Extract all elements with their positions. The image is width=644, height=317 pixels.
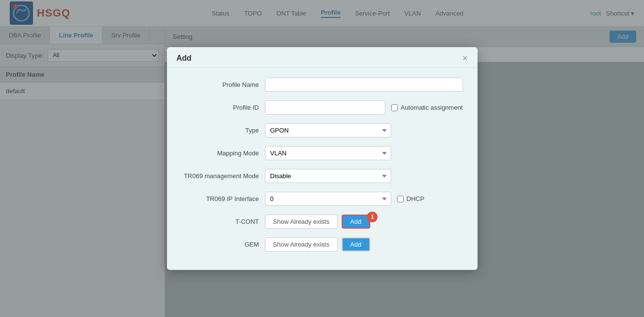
dhcp-checkbox[interactable] — [397, 196, 404, 202]
modal-overlay: Add × Profile Name Profile ID Automatic … — [0, 0, 644, 317]
tcont-controls: Show Already exists Add 1 — [265, 215, 383, 229]
dhcp-area: DHCP — [397, 195, 425, 202]
tr069-ip-select[interactable]: 0 — [265, 192, 391, 206]
tcont-label: T-CONT — [182, 218, 259, 225]
tr069-ip-row: TR069 IP Interface 0 DHCP — [182, 192, 463, 206]
tcont-add-wrapper: Add 1 — [342, 215, 383, 229]
profile-id-label: Profile ID — [182, 104, 259, 111]
gem-show-exists-button[interactable]: Show Already exists — [265, 237, 338, 251]
tr069-mode-label: TR069 management Mode — [182, 172, 259, 180]
gem-label: GEM — [182, 241, 259, 248]
tr069-ip-label: TR069 IP Interface — [182, 195, 259, 202]
tcont-row: T-CONT Show Already exists Add 1 — [182, 215, 463, 229]
tcont-show-exists-button[interactable]: Show Already exists — [265, 215, 338, 229]
tr069-mode-row: TR069 management Mode Disable — [182, 169, 463, 183]
modal-header: Add × — [167, 47, 478, 68]
gem-add-button[interactable]: Add — [342, 237, 370, 251]
modal-close-button[interactable]: × — [462, 54, 468, 63]
auto-assignment-checkbox[interactable] — [391, 104, 398, 111]
tcont-add-button[interactable]: Add — [342, 215, 370, 229]
modal-body: Profile Name Profile ID Automatic assign… — [167, 68, 478, 270]
auto-assignment-label: Automatic assignment — [401, 104, 463, 111]
mapping-mode-select[interactable]: VLAN — [265, 146, 391, 160]
mapping-mode-label: Mapping Mode — [182, 150, 259, 157]
auto-assignment-area: Automatic assignment — [391, 104, 463, 111]
tr069-mode-select[interactable]: Disable — [265, 169, 391, 183]
modal-title: Add — [177, 54, 192, 63]
modal: Add × Profile Name Profile ID Automatic … — [167, 47, 478, 270]
type-row: Type GPON — [182, 123, 463, 137]
profile-id-input[interactable] — [265, 100, 385, 115]
gem-row: GEM Show Already exists Add — [182, 237, 463, 251]
dhcp-label: DHCP — [407, 195, 425, 202]
gem-controls: Show Already exists Add — [265, 237, 370, 251]
profile-name-label: Profile Name — [182, 81, 259, 88]
profile-name-input[interactable] — [265, 78, 463, 92]
mapping-mode-row: Mapping Mode VLAN — [182, 146, 463, 160]
profile-id-row: Profile ID Automatic assignment — [182, 100, 463, 115]
profile-name-row: Profile Name — [182, 78, 463, 92]
type-select[interactable]: GPON — [265, 123, 391, 137]
type-label: Type — [182, 127, 259, 134]
tcont-badge: 1 — [367, 212, 378, 222]
